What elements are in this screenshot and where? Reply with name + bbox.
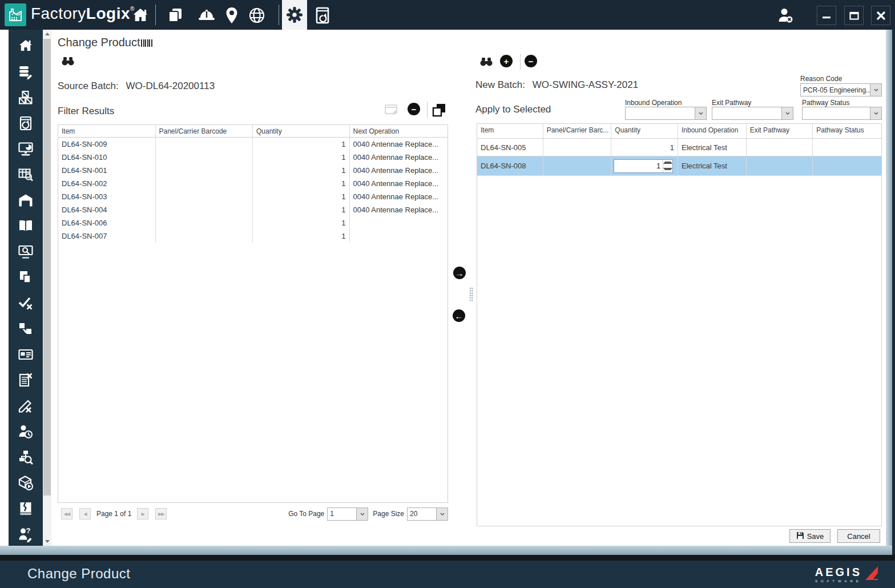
sidebar-warehouse-icon[interactable] [17, 192, 34, 209]
sidebar-wip-transfer-icon[interactable] [17, 269, 34, 286]
new-batch-value: WO-SWING-ASSY-2021 [533, 79, 638, 90]
sidebar-batch-history-icon[interactable] [17, 115, 34, 132]
table-row[interactable]: DL64-SN-0071 [58, 229, 448, 243]
table-row[interactable]: DL64-SN-00910040 Antennae Replace... [58, 138, 448, 151]
sidebar-home-icon[interactable] [17, 38, 34, 55]
exit-pathway-select[interactable] [712, 107, 793, 120]
col-item[interactable]: Item [477, 124, 543, 138]
batches-icon[interactable] [165, 6, 186, 25]
quantity-stepper[interactable]: 1 [614, 159, 673, 173]
col-item[interactable]: Item [58, 125, 156, 137]
remove-item-button[interactable]: − [525, 55, 537, 67]
sidebar-badge-icon[interactable] [17, 346, 34, 363]
col-panel-barcode[interactable]: Panel/Carrier Barc... [543, 124, 612, 138]
maximize-button[interactable] [844, 6, 864, 25]
search-binoculars-icon[interactable] [61, 57, 75, 68]
globe-icon[interactable] [247, 6, 267, 25]
col-exit-pathway[interactable]: Exit Pathway [747, 124, 813, 138]
sidebar-query-builder-icon[interactable] [17, 166, 34, 183]
spinner-up-icon[interactable] [663, 160, 672, 166]
sidebar: ? [9, 30, 43, 546]
first-page-button[interactable]: ◀◀ [61, 508, 72, 519]
scrollbar-thumb[interactable] [43, 39, 51, 496]
search-binoculars-icon[interactable] [479, 58, 493, 69]
col-quantity[interactable]: Quantity [253, 125, 350, 137]
factorylogix-logo-icon [5, 3, 26, 26]
col-pathway-status[interactable]: Pathway Status [813, 124, 881, 138]
scroll-up-icon[interactable] [43, 30, 51, 38]
sidebar-defect-list-icon[interactable] [17, 372, 34, 389]
prev-page-button[interactable]: ◀ [79, 508, 91, 519]
sidebar-measure-cancel-icon[interactable] [17, 397, 34, 414]
select-all-icon[interactable] [432, 103, 446, 119]
last-page-button[interactable]: ▶▶ [155, 508, 167, 519]
splitter-handle[interactable] [469, 287, 473, 302]
logout-user-icon[interactable] [775, 6, 796, 25]
status-bar: Change Product AEGIS SOFTWARE [0, 561, 895, 588]
source-batch: Source Batch: WO-DL64-20200113 [58, 80, 215, 92]
sidebar-operator-query-icon[interactable]: ? [17, 526, 34, 543]
nc-review-icon[interactable] [312, 6, 333, 25]
chevron-down-icon [781, 107, 793, 119]
vertical-scrollbar[interactable] [886, 30, 892, 546]
source-batch-label: Source Batch: [58, 80, 119, 91]
aegis-flag-icon [863, 564, 880, 585]
sidebar-labor-time-icon[interactable] [17, 423, 34, 440]
col-panel-barcode[interactable]: Panel/Carrier Barcode [156, 125, 253, 137]
scroll-down-icon[interactable] [43, 537, 51, 546]
table-row[interactable]: DL64-SN-00410040 Antennae Replace... [58, 203, 448, 216]
sidebar-scrollbar[interactable] [43, 30, 51, 546]
titlebar: FactoryLogix® [0, 0, 895, 30]
new-batch-label: New Batch: [475, 79, 525, 90]
sidebar-data-editor-icon[interactable] [17, 63, 34, 80]
pathway-status-select[interactable] [802, 107, 882, 120]
col-next-operation[interactable]: Next Operation [350, 125, 448, 137]
filter-results-title: Filter Results [58, 106, 114, 117]
sidebar-org-lookup-icon[interactable] [17, 449, 34, 466]
inbound-operation-select[interactable] [625, 107, 707, 120]
horizontal-scrollbar[interactable] [0, 546, 892, 555]
sidebar-documentation-icon[interactable] [17, 218, 34, 235]
settings-gear-button[interactable] [282, 0, 307, 30]
table-row[interactable]: DL64-SN-00110040 Antennae Replace... [58, 164, 448, 177]
move-right-button[interactable]: → [453, 267, 466, 279]
window-edge [892, 30, 895, 561]
sidebar-lookup-icon[interactable] [17, 243, 34, 260]
col-quantity[interactable]: Quantity [611, 124, 678, 138]
sidebar-materials-icon[interactable] [17, 89, 34, 106]
spinner-down-icon[interactable] [663, 166, 672, 172]
save-button[interactable]: Save [789, 529, 831, 543]
table-row[interactable]: DL64-SN-005 1 Electrical Test [477, 139, 881, 156]
sidebar-package-damage-icon[interactable] [17, 500, 34, 517]
cancel-button[interactable]: Cancel [837, 529, 880, 543]
window-inner-edge [0, 555, 895, 561]
sidebar-verification-icon[interactable] [17, 295, 34, 312]
table-row[interactable]: DL64-SN-0061 [58, 216, 448, 229]
page-size-select[interactable]: 20 [407, 508, 448, 521]
remove-item-button[interactable]: − [408, 103, 420, 115]
goto-page-select[interactable]: 1 [327, 508, 368, 521]
page-info: Page 1 of 1 [96, 510, 131, 518]
table-row[interactable]: DL64-SN-00210040 Antennae Replace... [58, 177, 448, 190]
source-batch-value: WO-DL64-20200113 [126, 80, 215, 91]
table-row[interactable]: DL64-SN-01010040 Antennae Replace... [58, 151, 448, 164]
sidebar-move-icon[interactable] [17, 320, 34, 337]
move-left-button[interactable]: ← [453, 309, 465, 322]
add-item-button[interactable]: + [500, 55, 513, 67]
sidebar-product-add-icon[interactable] [17, 474, 34, 492]
table-row-selected[interactable]: DL64-SN-008 1 Electrical Test [477, 156, 881, 176]
chevron-down-icon [356, 508, 368, 520]
close-button[interactable] [871, 6, 890, 25]
home-nav-button[interactable] [130, 6, 151, 25]
reason-code-select[interactable]: PCR-05 Engineering... [800, 83, 882, 96]
sidebar-dashboards-icon[interactable] [17, 140, 34, 158]
col-inbound-operation[interactable]: Inbound Operation [678, 124, 747, 138]
toolbar-separator [279, 5, 279, 25]
next-page-button[interactable]: ▶ [137, 508, 148, 519]
table-row[interactable]: DL64-SN-00310040 Antennae Replace... [58, 190, 448, 203]
apply-selected-header: Item Panel/Carrier Barc... Quantity Inbo… [477, 124, 881, 139]
minimize-button[interactable] [817, 6, 836, 25]
location-pin-icon[interactable] [221, 6, 242, 25]
production-hardhat-icon[interactable] [196, 6, 217, 25]
app-window: FactoryLogix® [0, 0, 895, 588]
